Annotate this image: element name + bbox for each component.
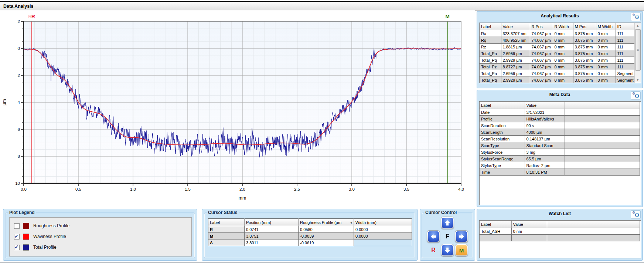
down-arrow-icon (442, 245, 453, 255)
plot-legend-panel: Plot Legend Roughness ProfileWaviness Pr… (3, 209, 197, 261)
plot-legend-label: Plot Legend (8, 210, 36, 215)
settings-gear-icon[interactable]: ⚙⚙ (631, 91, 641, 100)
table-row[interactable]: Ra323.3707 nm74.067 µm0 mm3.875 mm0 mm11… (480, 30, 635, 37)
legend-checkbox[interactable] (14, 234, 20, 239)
legend-checkbox[interactable] (14, 245, 20, 250)
table-row[interactable]: Total_Pa2.6959 µm74.067 µm0 mm3.875 mm0 … (480, 70, 635, 77)
right-arrow-icon (456, 231, 467, 242)
column-header: Value (525, 102, 565, 109)
table-cell: M (208, 233, 245, 239)
table-cell: 323.3707 nm (501, 30, 530, 37)
svg-text:3.5: 3.5 (403, 187, 409, 191)
table-cell: 0 mm (596, 44, 616, 50)
table-cell: 0 mm (596, 37, 616, 44)
fine-mode-button[interactable]: F (441, 230, 454, 243)
table-cell: R (208, 226, 245, 233)
table-cell: 0 mm (553, 57, 573, 64)
column-header: R Pos (530, 23, 553, 30)
cursor-left-button[interactable] (427, 230, 440, 243)
table-cell: 0 mm (553, 64, 573, 70)
cursor-up-button[interactable] (441, 217, 454, 229)
legend-checkbox[interactable] (14, 223, 20, 229)
svg-text:1.0: 1.0 (130, 187, 136, 191)
settings-gear-icon[interactable]: ⚙⚙ (631, 210, 641, 219)
table-row[interactable]: Total_Pq2.9929 µm74.067 µm0 mm3.875 mm0 … (480, 57, 635, 64)
analytical-results-panel: Analytical Results ⚙⚙ LabelValueR PosR W… (477, 11, 643, 88)
table-cell: 1.8815 µm (501, 44, 530, 50)
column-header: Value (511, 221, 547, 228)
table-cell-filler (565, 149, 640, 156)
scrollbar-thumb[interactable]: ≡ (635, 29, 641, 71)
legend-color-swatch (23, 223, 29, 229)
table-cell: 8.8727 µm (501, 64, 530, 70)
dropdown-arrow-icon[interactable]: ▾ (350, 220, 352, 225)
meta-data-table: LabelValueDate3/17/2021 ProfileHillsAndV… (480, 102, 640, 176)
table-cell: StylusType (480, 162, 525, 169)
table-cell (354, 239, 412, 246)
cursor-status-table: LabelPosition (mm)Roughness Profile (µm▾… (208, 218, 412, 246)
r-cursor-flag[interactable]: R (31, 14, 35, 19)
profile-chart[interactable]: 0.00.51.01.52.02.53.03.54.020-2-4-6-8-10… (0, 10, 475, 207)
table-cell: 3.875 mm (573, 77, 596, 84)
scroll-down-icon[interactable]: ▼ (635, 77, 641, 83)
r-cursor-button[interactable]: R (427, 244, 440, 256)
table-cell: ScanType (480, 142, 525, 149)
table-row[interactable]: Total_Pa2.6959 µm74.067 µm0 mm3.875 mm0 … (480, 50, 635, 57)
legend-item: Waviness Profile (14, 233, 66, 240)
svg-text:3.0: 3.0 (349, 187, 355, 191)
table-cell: Standard Scan (525, 142, 565, 149)
watch-list-panel: Watch List ⚙⚙ LabelValueTotal_ASH0 nm (477, 209, 643, 261)
table-cell: Total_Pz (480, 64, 501, 70)
scroll-up-icon[interactable]: ▲ (635, 23, 641, 28)
table-cell: 0 mm (553, 30, 573, 37)
table-cell: Rq (480, 37, 501, 44)
table-row[interactable]: Total_Pz8.8727 µm74.067 µm0 mm3.875 mm0 … (480, 64, 635, 70)
legend-item-label: Waviness Profile (33, 234, 66, 239)
table-cell: 65.5 µm (525, 156, 565, 162)
svg-text:-6: -6 (16, 127, 20, 132)
gear-large-icon: ⚙ (635, 94, 640, 99)
table-cell: Ra (480, 30, 501, 37)
analytical-results-table: LabelValueR PosR WidthM PosM WidthIDRa32… (480, 23, 635, 83)
table-cell: ScanResolution (480, 136, 525, 142)
gear-large-icon: ⚙ (635, 213, 640, 218)
table-cell: 74.067 µm (530, 50, 553, 57)
svg-text:4.0: 4.0 (458, 187, 464, 191)
table-cell: 90 s (525, 122, 565, 129)
table-cell: 3.8751 (245, 233, 299, 239)
table-row: ScanResolution0.148137 µm (480, 136, 640, 142)
data-analysis-window: Data Analysis 0.00.51.01.52.02.53.03.54.… (0, 0, 644, 265)
table-cell: 74.067 µm (530, 57, 553, 64)
table-cell: 2.9929 µm (501, 57, 530, 64)
column-header: M Pos (573, 23, 596, 30)
table-row[interactable]: Total_Pq2.9929 µm74.067 µm0 mm3.875 mm0 … (480, 77, 635, 84)
cursor-right-button[interactable] (455, 230, 468, 243)
settings-gear-icon[interactable]: ⚙⚙ (631, 13, 641, 21)
table-cell: 111 (616, 57, 635, 64)
cursor-down-button[interactable] (441, 244, 454, 256)
vertical-scrollbar[interactable]: ▲ ≡ ▼ (634, 23, 641, 83)
table-cell: 3.875 mm (573, 37, 596, 44)
table-row[interactable]: Rq406.9525 nm74.067 µm0 mm3.875 mm0 mm11… (480, 37, 635, 44)
page-title: Data Analysis (0, 4, 34, 9)
table-cell: 3.875 mm (573, 50, 596, 57)
table-cell: Radius: 2 µm (525, 162, 565, 169)
table-cell: 3.875 mm (573, 70, 596, 77)
table-cell: Total_Pq (480, 57, 501, 64)
table-cell-filler (547, 228, 640, 235)
profile-plot-svg[interactable]: 0.00.51.01.52.02.53.03.54.020-2-4-6-8-10… (0, 10, 475, 207)
legend-item-label: Roughness Profile (33, 223, 69, 228)
analytical-results-title: Analytical Results (477, 13, 643, 18)
m-cursor-button-label: M (459, 247, 464, 254)
table-row[interactable]: Rz1.8815 µm74.067 µm0 mm3.875 mm0 mm111 (480, 44, 635, 50)
column-header[interactable]: Roughness Profile (µm▾ (299, 219, 354, 226)
table-cell: 0 mm (553, 77, 573, 84)
column-header: Position (mm) (245, 219, 299, 226)
table-cell-filler (565, 156, 640, 162)
m-cursor-button[interactable]: M (455, 244, 468, 256)
legend-item: Roughness Profile (14, 222, 69, 230)
m-cursor-flag[interactable]: M (445, 14, 449, 19)
svg-text:-10: -10 (14, 181, 20, 186)
table-cell: Total_Pa (480, 70, 501, 77)
column-header: Label (208, 219, 245, 226)
